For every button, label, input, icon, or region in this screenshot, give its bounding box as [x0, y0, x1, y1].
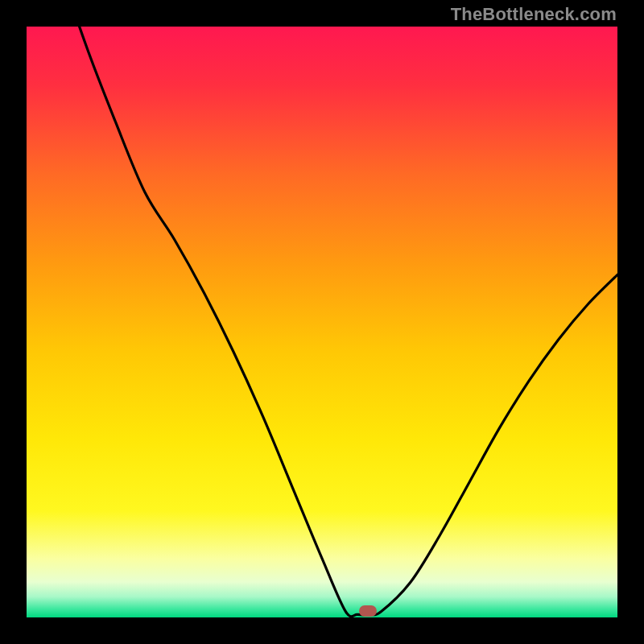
minimum-marker — [359, 605, 377, 617]
plot-area — [27, 27, 617, 617]
watermark-text: TheBottleneck.com — [451, 4, 617, 25]
bottleneck-curve — [27, 27, 617, 617]
chart-frame: TheBottleneck.com — [0, 0, 644, 644]
